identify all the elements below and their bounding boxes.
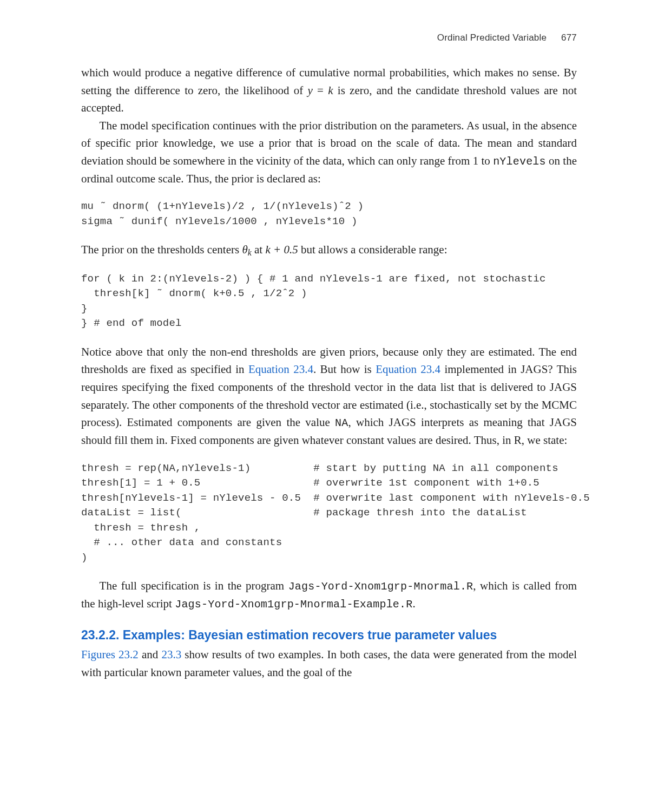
paragraph-4: Notice above that only the non-end thres… bbox=[81, 343, 577, 449]
para5-text-a: The full specification is in the program bbox=[100, 579, 288, 592]
link-equation-23-4-a[interactable]: Equation 23.4 bbox=[248, 363, 313, 376]
inline-code-program: Jags-Yord-Xnom1grp-Mnormal.R bbox=[288, 580, 473, 593]
inline-code-script: Jags-Yord-Xnom1grp-Mnormal-Example.R bbox=[175, 598, 412, 611]
code-block-prior: mu ˜ dnorm( (1+nYlevels)/2 , 1/(nYlevels… bbox=[81, 199, 577, 229]
para6-text-a: and bbox=[139, 648, 162, 661]
paragraph-1: which would produce a negative differenc… bbox=[81, 64, 577, 117]
paragraph-6: Figures 23.2 and 23.3 show results of tw… bbox=[81, 646, 577, 681]
para3-expr: k + 0.5 bbox=[265, 243, 298, 256]
section-heading: 23.2.2. Examples: Bayesian estimation re… bbox=[81, 628, 577, 643]
para3-text-a: The prior on the thresholds centers bbox=[81, 243, 242, 256]
para1-eq-lhs: y bbox=[308, 84, 313, 97]
code-block-datalist: thresh = rep(NA,nYlevels-1) # start by p… bbox=[81, 461, 577, 566]
para4-text-b: . But how is bbox=[313, 363, 376, 376]
running-title: Ordinal Predicted Variable bbox=[437, 32, 547, 43]
code-block-thresh-loop: for ( k in 2:(nYlevels-2) ) { # 1 and nY… bbox=[81, 272, 577, 331]
link-figure-23-3[interactable]: 23.3 bbox=[161, 648, 181, 661]
theta-subscript: k bbox=[248, 248, 252, 257]
page: Ordinal Predicted Variable 677 which wou… bbox=[0, 0, 658, 812]
paragraph-2: The model specification continues with t… bbox=[81, 117, 577, 188]
paragraph-3: The prior on the thresholds centers θk a… bbox=[81, 241, 577, 259]
section-title: Examples: Bayesian estimation recovers t… bbox=[119, 628, 497, 642]
link-figure-23-2[interactable]: Figures 23.2 bbox=[81, 648, 139, 661]
para5-text-c: . bbox=[412, 597, 415, 610]
para1-eq-eq: = bbox=[313, 84, 328, 97]
para3-text-c: but allows a considerable range: bbox=[298, 243, 448, 256]
page-number: 677 bbox=[561, 32, 577, 43]
para3-text-b: at bbox=[252, 243, 266, 256]
para1-eq-rhs: k bbox=[328, 84, 333, 97]
paragraph-5: The full specification is in the program… bbox=[81, 577, 577, 613]
link-equation-23-4-b[interactable]: Equation 23.4 bbox=[376, 363, 440, 376]
inline-code-nylevels: nYlevels bbox=[493, 155, 546, 168]
theta-symbol: θ bbox=[242, 243, 247, 256]
inline-code-na: NA bbox=[335, 417, 348, 429]
section-number: 23.2.2. bbox=[81, 628, 119, 642]
running-head: Ordinal Predicted Variable 677 bbox=[81, 32, 577, 43]
